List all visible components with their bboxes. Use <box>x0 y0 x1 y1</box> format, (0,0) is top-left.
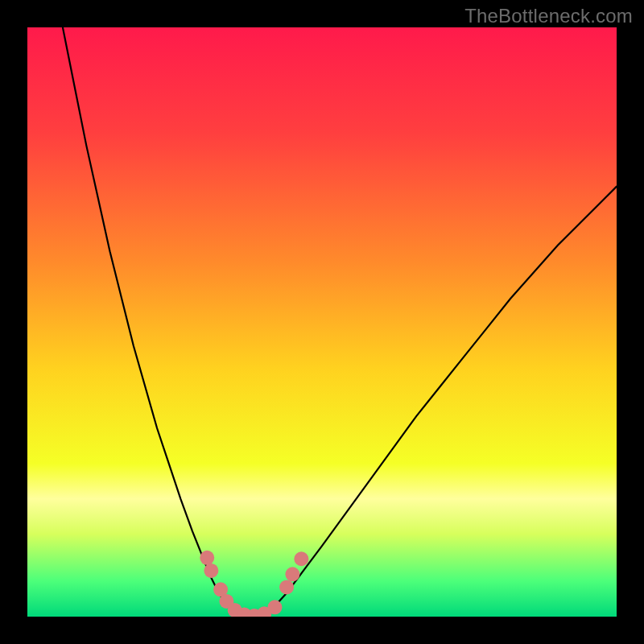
marker-dot <box>285 567 299 581</box>
marker-dot <box>279 580 294 594</box>
plot-area <box>27 27 617 617</box>
bottleneck-curve-chart <box>27 27 617 617</box>
watermark-text: TheBottleneck.com <box>464 5 633 27</box>
gradient-background <box>27 27 617 617</box>
marker-dot <box>267 600 282 614</box>
chart-frame: TheBottleneck.com <box>0 0 644 644</box>
marker-dot <box>204 564 218 578</box>
marker-dot <box>200 551 214 565</box>
marker-dot <box>294 551 308 566</box>
